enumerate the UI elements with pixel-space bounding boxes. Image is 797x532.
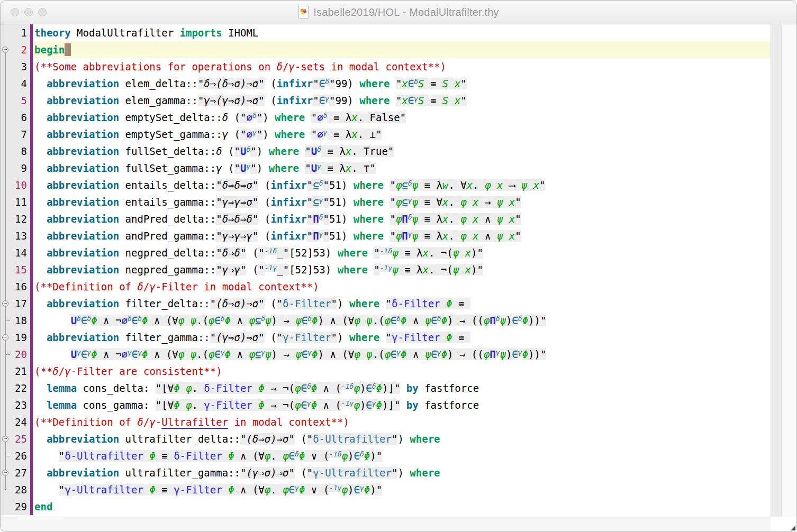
fold-gutter bbox=[1, 194, 11, 210]
code-text[interactable]: lemma cons_delta: "⌊∀Φ φ. δ-Filter Φ → ¬… bbox=[33, 380, 771, 397]
fold-minus-icon[interactable] bbox=[2, 300, 8, 307]
line-number[interactable]: 26 bbox=[11, 447, 30, 464]
code-text[interactable]: abbreviation negpred_delta::"δ⇒δ" ("-1δ_… bbox=[33, 244, 771, 261]
line-number[interactable]: 29 bbox=[11, 498, 30, 515]
line-number[interactable]: 9 bbox=[11, 160, 30, 177]
fold-minus-icon[interactable] bbox=[2, 334, 8, 341]
fold-minus-icon[interactable] bbox=[2, 47, 8, 53]
line-number[interactable]: 27 bbox=[11, 464, 30, 481]
minimize-button[interactable] bbox=[24, 8, 33, 16]
fold-gutter bbox=[1, 58, 11, 75]
fold-handle[interactable] bbox=[1, 430, 11, 447]
code-text[interactable]: (**δ/γ-Filter are consistent**) bbox=[33, 363, 771, 380]
line-number[interactable]: 4 bbox=[11, 75, 30, 92]
line-number[interactable]: 3 bbox=[11, 58, 30, 75]
code-text[interactable]: abbreviation andPred_gamma::"γ⇒γ⇒γ" (inf… bbox=[33, 227, 771, 244]
code-text[interactable]: abbreviation negpred_gamma::"γ⇒γ" ("-1γ_… bbox=[33, 261, 771, 278]
code-line: 28 "γ-Ultrafilter Φ ≡ γ-Filter Φ ∧ (∀φ. … bbox=[1, 481, 771, 498]
fold-minus-icon[interactable] bbox=[2, 470, 8, 476]
resize-grip[interactable] bbox=[791, 526, 795, 530]
line-number[interactable]: 8 bbox=[11, 143, 30, 160]
code-text[interactable]: abbreviation emptySet_gamma::γ ("∅γ") wh… bbox=[33, 126, 771, 143]
code-text[interactable]: abbreviation elem_delta::"δ⇒(δ⇒σ)⇒σ" (in… bbox=[33, 75, 771, 92]
code-line: 7 abbreviation emptySet_gamma::γ ("∅γ") … bbox=[1, 126, 771, 143]
code-line: 15 abbreviation negpred_gamma::"γ⇒γ" ("-… bbox=[1, 261, 771, 278]
code-text[interactable]: abbreviation filter_delta::"(δ⇒σ)⇒σ" ("δ… bbox=[33, 295, 771, 312]
code-text[interactable]: end bbox=[33, 498, 771, 515]
fold-minus-icon[interactable] bbox=[2, 436, 8, 442]
code-text[interactable]: abbreviation fullSet_delta::δ ("Uδ") whe… bbox=[33, 143, 771, 160]
fold-gutter bbox=[1, 210, 11, 227]
line-number[interactable]: 17 bbox=[11, 295, 30, 312]
line-number[interactable]: 28 bbox=[11, 481, 30, 498]
line-number[interactable]: 1 bbox=[11, 24, 30, 41]
fold-handle[interactable] bbox=[1, 464, 11, 481]
code-text[interactable]: (**Some abbreviations for operations on … bbox=[33, 58, 771, 75]
scrollbar-corner bbox=[771, 517, 796, 531]
code-text[interactable]: Uγ∈γΦ ∧ ¬∅γ∈γΦ ∧ (∀φ ψ.(φ∈γΦ ∧ φ⊆γψ) → ψ… bbox=[33, 346, 771, 363]
close-button[interactable] bbox=[11, 8, 19, 16]
code-text[interactable]: abbreviation emptySet_delta::δ ("∅δ") wh… bbox=[33, 109, 771, 126]
code-text[interactable]: abbreviation entails_gamma::"γ⇒γ⇒σ" (inf… bbox=[33, 194, 771, 210]
line-number[interactable]: 6 bbox=[11, 109, 30, 126]
zoom-button[interactable] bbox=[38, 8, 47, 16]
code-text[interactable]: (**Definition of δ/γ-Filter in modal con… bbox=[33, 278, 771, 295]
code-line: 22 lemma cons_delta: "⌊∀Φ φ. δ-Filter Φ … bbox=[1, 380, 771, 397]
code-text[interactable]: abbreviation fullSet_gamma::γ ("Uγ") whe… bbox=[33, 160, 771, 177]
code-text[interactable]: Uδ∈δΦ ∧ ¬∅δ∈δΦ ∧ (∀φ ψ.(φ∈δΦ ∧ φ⊆δψ) → ψ… bbox=[33, 312, 771, 329]
line-number[interactable]: 24 bbox=[11, 414, 30, 430]
line-number[interactable]: 5 bbox=[11, 92, 30, 109]
bottom-bar bbox=[1, 517, 796, 531]
line-number[interactable]: 19 bbox=[11, 329, 30, 346]
code-line: 20 Uγ∈γΦ ∧ ¬∅γ∈γΦ ∧ (∀φ ψ.(φ∈γΦ ∧ φ⊆γψ) … bbox=[1, 346, 771, 363]
vertical-scrollbar[interactable] bbox=[771, 24, 782, 517]
line-number[interactable]: 7 bbox=[11, 126, 30, 143]
line-number[interactable]: 15 bbox=[11, 261, 30, 278]
fold-gutter bbox=[1, 109, 11, 126]
title-bar[interactable]: Isabelle2019/HOL - ModalUltrafilter.thy bbox=[1, 1, 796, 24]
line-number[interactable]: 16 bbox=[11, 278, 30, 295]
line-number[interactable]: 10 bbox=[11, 177, 30, 194]
code-line: 26 "δ-Ultrafilter Φ ≡ δ-Filter Φ ∧ (∀φ. … bbox=[1, 447, 771, 464]
code-text[interactable]: abbreviation andPred_delta::"δ⇒δ⇒δ" (inf… bbox=[33, 210, 771, 227]
code-line: 18 Uδ∈δΦ ∧ ¬∅δ∈δΦ ∧ (∀φ ψ.(φ∈δΦ ∧ φ⊆δψ) … bbox=[1, 312, 771, 329]
horizontal-scrollbar[interactable] bbox=[1, 517, 771, 531]
code-text[interactable]: (**Definition of δ/γ-Ultrafilter in moda… bbox=[33, 414, 771, 430]
code-line: 16(**Definition of δ/γ-Filter in modal c… bbox=[1, 278, 771, 295]
overview-bar[interactable] bbox=[782, 24, 796, 517]
code-line: 19 abbreviation filter_gamma::"(γ⇒σ)⇒σ" … bbox=[1, 329, 771, 346]
code-text[interactable]: "δ-Ultrafilter Φ ≡ δ-Filter Φ ∧ (∀φ. φ∈δ… bbox=[33, 447, 771, 464]
code-text[interactable]: abbreviation ultrafilter_gamma::"(γ⇒σ)⇒σ… bbox=[33, 464, 771, 481]
line-number[interactable]: 22 bbox=[11, 380, 30, 397]
code-line: 11 abbreviation entails_gamma::"γ⇒γ⇒σ" (… bbox=[1, 194, 771, 210]
code-text[interactable]: abbreviation filter_gamma::"(γ⇒σ)⇒σ" ("γ… bbox=[33, 329, 771, 346]
line-number[interactable]: 12 bbox=[11, 210, 30, 227]
fold-handle[interactable] bbox=[1, 295, 11, 312]
code-text[interactable]: theory ModalUltrafilter imports IHOML bbox=[33, 24, 771, 41]
code-text[interactable]: begin bbox=[33, 41, 771, 58]
code-text[interactable]: "γ-Ultrafilter Φ ≡ γ-Filter Φ ∧ (∀φ. φ∈γ… bbox=[33, 481, 771, 498]
fold-gutter bbox=[1, 481, 11, 498]
fold-gutter bbox=[1, 397, 11, 414]
line-number[interactable]: 18 bbox=[11, 312, 30, 329]
line-number[interactable]: 23 bbox=[11, 397, 30, 414]
fold-gutter bbox=[1, 447, 11, 464]
fold-handle[interactable] bbox=[1, 329, 11, 346]
line-number[interactable]: 21 bbox=[11, 363, 30, 380]
editor-lines[interactable]: 1theory ModalUltrafilter imports IHOML2b… bbox=[1, 24, 771, 517]
fold-handle[interactable] bbox=[1, 41, 11, 58]
code-text[interactable]: abbreviation ultrafilter_delta::"(δ⇒σ)⇒σ… bbox=[33, 430, 771, 447]
line-number[interactable]: 11 bbox=[11, 194, 30, 210]
code-text[interactable]: abbreviation elem_gamma::"γ⇒(γ⇒σ)⇒σ" (in… bbox=[33, 92, 771, 109]
fold-gutter bbox=[1, 75, 11, 92]
text-cursor bbox=[65, 43, 71, 56]
line-number[interactable]: 20 bbox=[11, 346, 30, 363]
line-number[interactable]: 25 bbox=[11, 430, 30, 447]
isabelle-window: Isabelle2019/HOL - ModalUltrafilter.thy … bbox=[0, 0, 797, 532]
line-number[interactable]: 2 bbox=[11, 41, 30, 58]
code-text[interactable]: abbreviation entails_delta::"δ⇒δ⇒σ" (inf… bbox=[33, 177, 771, 194]
code-text[interactable]: lemma cons_gamma: "⌊∀Φ φ. γ-Filter Φ → ¬… bbox=[33, 397, 771, 414]
line-number[interactable]: 14 bbox=[11, 244, 30, 261]
code-line: 29end bbox=[1, 498, 771, 515]
line-number[interactable]: 13 bbox=[11, 227, 30, 244]
